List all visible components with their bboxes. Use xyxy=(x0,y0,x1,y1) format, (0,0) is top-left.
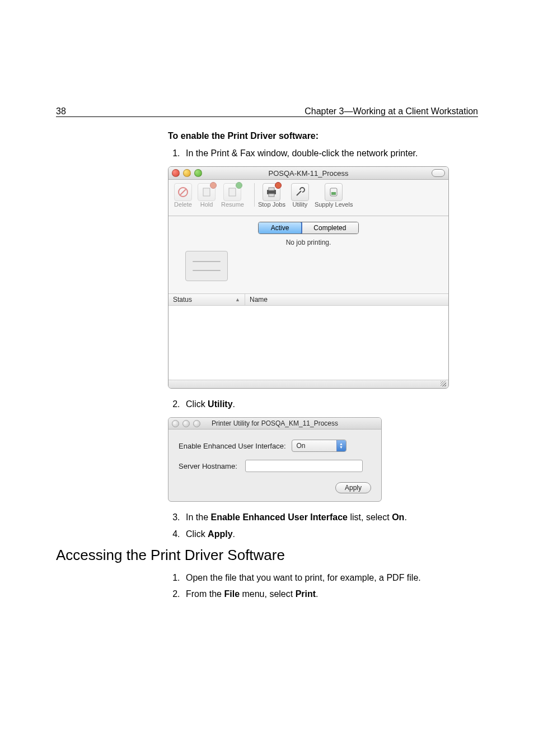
s4-strong: Apply xyxy=(208,529,232,539)
supply-levels-label: Supply Levels xyxy=(315,201,353,208)
step-2-suffix: . xyxy=(233,399,235,409)
stop-jobs-label: Stop Jobs xyxy=(258,201,285,208)
s3-strong: Enable Enhanced User Interface xyxy=(210,512,348,522)
eeui-value: On xyxy=(292,442,336,450)
s2-2-suf: . xyxy=(316,589,318,599)
hold-button: Hold xyxy=(198,183,216,208)
s3-mid: list, select xyxy=(348,512,392,522)
window-titlebar: POSQA-KM-11_Process xyxy=(168,167,448,180)
step-2: Click Utility. xyxy=(182,398,478,410)
hostname-row: Server Hostname: xyxy=(179,460,371,472)
delete-button: Delete xyxy=(174,183,192,208)
sort-asc-icon: ▲ xyxy=(235,297,240,302)
step-3: In the Enable Enhanced User Interface li… xyxy=(182,511,478,524)
svg-rect-2 xyxy=(203,188,210,196)
col-status[interactable]: Status▲ xyxy=(168,294,245,305)
stop-jobs-button[interactable]: Stop Jobs xyxy=(258,183,285,208)
eeui-label: Enable Enhanced User Interface: xyxy=(179,442,286,450)
svg-line-1 xyxy=(180,189,186,195)
utility-icon xyxy=(294,186,306,198)
svg-rect-5 xyxy=(269,188,274,190)
printer-utility-window: Printer Utility for POSQA_KM_11_Process … xyxy=(168,417,382,502)
svg-rect-6 xyxy=(269,194,274,197)
tab-completed[interactable]: Completed xyxy=(301,222,358,234)
col-status-label: Status xyxy=(173,296,192,304)
s4-suf: . xyxy=(233,529,235,539)
eeui-row: Enable Enhanced User Interface: On ▲▼ xyxy=(179,440,371,452)
supply-levels-icon xyxy=(328,186,339,198)
svg-rect-8 xyxy=(331,192,336,195)
s2-step-1: Open the file that you want to print, fo… xyxy=(182,571,478,584)
printer-preview-icon xyxy=(185,251,228,281)
s2-2-mid: menu, select xyxy=(240,589,296,599)
s3-pre: In the xyxy=(186,512,210,522)
delete-icon xyxy=(178,187,188,197)
toolbar: Delete Hold Resume Stop Jobs xyxy=(168,180,448,216)
utility-titlebar: Printer Utility for POSQA_KM_11_Process xyxy=(168,418,381,430)
page-number: 38 xyxy=(56,106,66,116)
no-job-text: No job printing. xyxy=(168,237,448,251)
resize-grip-icon[interactable] xyxy=(168,380,448,388)
utility-window-title: Printer Utility for POSQA_KM_11_Process xyxy=(168,419,381,427)
step-2-utility: Utility xyxy=(208,399,232,409)
resume-icon xyxy=(227,187,237,197)
s4-pre: Click xyxy=(186,529,208,539)
s2-2-pre: From the xyxy=(186,589,224,599)
apply-button[interactable]: Apply xyxy=(335,482,371,493)
tab-active[interactable]: Active xyxy=(258,222,303,234)
step-4: Click Apply. xyxy=(182,528,478,540)
procedure-heading: To enable the Print Driver software: xyxy=(168,129,478,141)
supply-levels-button[interactable]: Supply Levels xyxy=(315,183,353,208)
hold-icon xyxy=(202,187,212,197)
s3-strong2: On xyxy=(392,512,404,522)
eeui-dropdown[interactable]: On ▲▼ xyxy=(292,440,346,452)
step-2-text: Click xyxy=(186,399,208,409)
section-heading: Accessing the Print Driver Software xyxy=(56,547,285,564)
hostname-label: Server Hostname: xyxy=(179,462,237,470)
job-table-header: Status▲ Name xyxy=(168,293,448,306)
col-name[interactable]: Name xyxy=(245,294,448,305)
hostname-input[interactable] xyxy=(245,460,363,472)
utility-label: Utility xyxy=(292,201,307,208)
chevron-updown-icon: ▲▼ xyxy=(336,440,346,451)
header-rule xyxy=(56,116,478,117)
s2-2-strong1: File xyxy=(224,589,240,599)
print-queue-window: POSQA-KM-11_Process Delete Hold Resume xyxy=(168,166,449,389)
tab-bar: Active Completed xyxy=(168,216,448,237)
chapter-title: Chapter 3—Working at a Client Workstatio… xyxy=(305,106,478,116)
toolbar-toggle-icon[interactable] xyxy=(432,169,445,177)
toolbar-separator xyxy=(254,183,255,207)
hold-label: Hold xyxy=(200,201,213,208)
s3-suf: . xyxy=(404,512,406,522)
s2-2-strong2: Print xyxy=(296,589,316,599)
job-table-body xyxy=(168,306,448,380)
window-title: POSQA-KM-11_Process xyxy=(168,169,448,178)
resume-button: Resume xyxy=(221,183,244,208)
step-1: In the Print & Fax window, double-click … xyxy=(182,147,478,160)
resume-label: Resume xyxy=(221,201,244,208)
utility-button[interactable]: Utility xyxy=(291,183,309,208)
s2-step-2: From the File menu, select Print. xyxy=(182,587,478,600)
delete-label: Delete xyxy=(174,201,192,208)
svg-rect-3 xyxy=(229,188,236,196)
